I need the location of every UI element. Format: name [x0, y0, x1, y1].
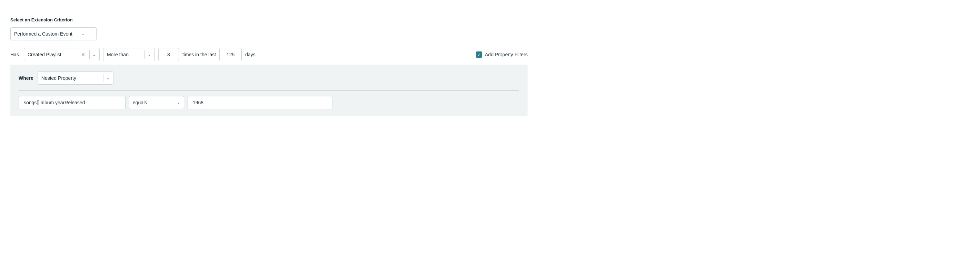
operator-select-value: equals — [133, 100, 171, 105]
count-input[interactable] — [158, 48, 179, 61]
has-label: Has — [10, 52, 19, 57]
section-label: Select an Extension Criterion — [10, 17, 528, 22]
filter-row: equals ⌄ — [19, 96, 519, 109]
event-select[interactable]: Created Playlist ✕ ⌄ — [24, 48, 100, 61]
filter-value-input[interactable] — [188, 96, 332, 109]
has-row: Has Created Playlist ✕ ⌄ More than ⌄ tim… — [10, 48, 528, 61]
operator-select[interactable]: equals ⌄ — [129, 96, 184, 109]
select-divider-2 — [89, 50, 90, 59]
property-filters-checkbox[interactable]: ✓ — [476, 51, 482, 58]
chevron-down-icon-4: ⌄ — [106, 76, 110, 80]
where-section: Where Nested Property ⌄ equals ⌄ — [10, 65, 528, 116]
select-divider — [78, 30, 78, 38]
where-row: Where Nested Property ⌄ — [19, 72, 519, 85]
select-divider-3 — [145, 50, 145, 59]
select-divider-5 — [174, 98, 174, 107]
where-property-value: Nested Property — [41, 75, 100, 81]
select-divider-4 — [103, 74, 103, 82]
chevron-down-icon-3: ⌄ — [148, 52, 151, 57]
page-container: Select an Extension Criterion Performed … — [10, 10, 528, 123]
condition-select[interactable]: More than ⌄ — [103, 48, 155, 61]
extension-criterion-select[interactable]: Performed a Custom Event ⌄ — [10, 27, 97, 40]
where-property-select[interactable]: Nested Property ⌄ — [38, 72, 113, 85]
days-input[interactable] — [219, 48, 242, 61]
where-label: Where — [19, 75, 33, 81]
extension-criterion-value: Performed a Custom Event — [14, 31, 75, 37]
condition-select-value: More than — [107, 52, 142, 57]
days-label: days. — [245, 52, 256, 57]
property-path-input[interactable] — [19, 96, 126, 109]
extension-criterion-row: Performed a Custom Event ⌄ — [10, 27, 528, 40]
chevron-down-icon-5: ⌄ — [177, 100, 180, 105]
close-icon[interactable]: ✕ — [81, 52, 85, 57]
checkmark-icon: ✓ — [477, 53, 481, 57]
times-label: times in the last — [182, 52, 216, 57]
add-property-filters[interactable]: ✓ Add Property Filters — [476, 51, 528, 58]
chevron-down-icon: ⌄ — [81, 31, 84, 36]
add-property-filters-label: Add Property Filters — [485, 52, 528, 57]
event-select-value: Created Playlist — [28, 52, 81, 57]
chevron-down-icon-2: ⌄ — [92, 52, 96, 57]
